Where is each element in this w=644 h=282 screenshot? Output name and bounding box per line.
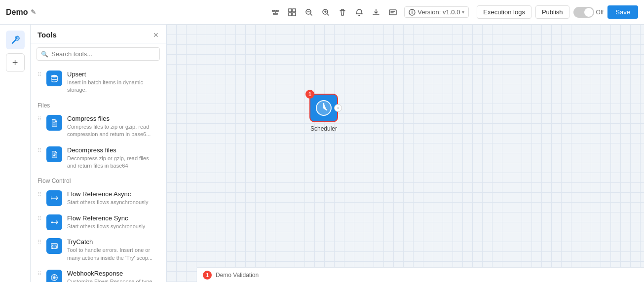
tools-search-bar: 🔍 [37, 47, 160, 61]
list-item[interactable]: ⠿ Decompress files Decompress zip or gzi… [31, 142, 166, 174]
flow-control-section-label: Flow Control [31, 174, 166, 186]
bottom-badge: 1 [203, 271, 212, 280]
toolbar-icons [268, 5, 400, 20]
tools-panel-close-button[interactable]: ✕ [153, 31, 159, 39]
list-item[interactable]: ⠿ TryCatch Tool to handle errors. Insert… [31, 234, 166, 266]
grid-icon-btn[interactable] [285, 5, 300, 20]
tools-panel: Tools ✕ 🔍 ⠿ Upsert Insert in [31, 25, 166, 282]
tools-panel-title: Tools [38, 31, 57, 39]
scheduler-node[interactable]: 1 › Scheduler [309, 94, 338, 132]
tool-desc: Start others flows synchronously [67, 223, 159, 230]
share-icon [389, 8, 397, 16]
svg-rect-6 [389, 10, 396, 15]
tool-desc: Decompress zip or gzip, read files and r… [67, 155, 159, 170]
tools-search-input[interactable] [51, 50, 155, 58]
tool-desc: Insert in batch items in dynamic storage… [67, 79, 159, 94]
svg-point-10 [51, 221, 53, 223]
notification-btn[interactable] [352, 5, 367, 20]
tool-icon-upsert [46, 70, 62, 86]
download-btn[interactable] [369, 5, 383, 20]
flow-icon [271, 8, 279, 16]
node-expand-btn[interactable]: › [334, 104, 342, 112]
drag-handle-icon: ⠿ [38, 238, 41, 246]
tool-info-decompress: Decompress files Decompress zip or gzip,… [67, 146, 159, 170]
publish-button[interactable]: Publish [535, 5, 569, 19]
version-label: Version: v1.0.0 [417, 8, 460, 16]
tool-name: Flow Reference Async [67, 190, 159, 198]
db-icon [50, 74, 59, 83]
list-item[interactable]: ⠿ WebhookResponse Customize Flows Respon… [31, 266, 166, 282]
svg-point-9 [51, 75, 58, 77]
list-item[interactable]: ⠿ Flow Reference Async Start others flow… [31, 186, 166, 210]
svg-point-8 [16, 37, 18, 39]
svg-rect-3 [293, 13, 296, 16]
drag-handle-icon: ⠿ [38, 214, 41, 222]
canvas-area[interactable]: 1 › Scheduler 1 Demo Validation [166, 25, 644, 282]
zoom-in-icon [322, 8, 330, 16]
tool-info-flow-sync: Flow Reference Sync Start others flows s… [67, 214, 159, 230]
app-title: Demo [6, 8, 28, 17]
left-sidebar: + [0, 25, 31, 282]
drag-handle-icon: ⠿ [38, 70, 41, 78]
tool-icon-webhook [46, 270, 62, 282]
tool-icon-compress [46, 115, 62, 131]
tool-name: Decompress files [67, 146, 159, 154]
zoom-out-btn[interactable] [302, 5, 316, 20]
tool-info-trycatch: TryCatch Tool to handle errors. Insert o… [67, 238, 159, 262]
tool-info-upsert: Upsert Insert in batch items in dynamic … [67, 70, 159, 94]
list-item[interactable]: ⠿ Compress files Compress files to zip o… [31, 111, 166, 142]
main-content: + Tools ✕ 🔍 ⠿ [0, 25, 644, 282]
tool-desc: Compress files to zip or gzip, read comp… [67, 123, 159, 139]
tool-desc: Customize Flows Response of type Webhook… [67, 278, 159, 282]
bottom-strip: 1 Demo Validation [197, 267, 644, 282]
info-icon [409, 9, 416, 16]
add-sidebar-btn[interactable]: + [6, 53, 25, 72]
node-label: Scheduler [310, 125, 337, 132]
drag-handle-icon: ⠿ [38, 270, 41, 277]
tool-icon-decompress [46, 146, 62, 162]
tool-name: WebhookResponse [67, 270, 159, 277]
svg-rect-0 [289, 9, 292, 12]
edit-title-icon[interactable]: ✎ [31, 8, 36, 16]
toolbar-right: Execution logs Publish Off Save [477, 5, 638, 19]
version-selector[interactable]: Version: v1.0.0 ▾ [404, 6, 469, 18]
delete-btn[interactable] [335, 5, 350, 20]
tool-name: Compress files [67, 115, 159, 122]
flow-icon-btn[interactable] [268, 5, 283, 20]
tool-icon-trycatch [46, 238, 62, 254]
tool-desc: Start others flows asynchronously [67, 199, 159, 206]
tool-name: TryCatch [67, 238, 159, 246]
tools-icon [10, 35, 20, 45]
node-badge: 1 [305, 90, 314, 99]
tool-info-compress: Compress files Compress files to zip or … [67, 115, 159, 139]
delete-icon [339, 8, 346, 16]
file-decompress-icon [50, 150, 59, 159]
share-btn[interactable] [385, 5, 400, 20]
chevron-right-icon: › [338, 106, 339, 110]
toggle-knob [584, 8, 593, 17]
scheduler-icon [315, 99, 333, 117]
drag-handle-icon: ⠿ [38, 115, 41, 122]
file-icon [50, 118, 59, 127]
tool-info-flow-async: Flow Reference Async Start others flows … [67, 190, 159, 206]
toggle-label: Off [596, 9, 604, 16]
list-item[interactable]: ⠿ Upsert Insert in batch items in dynami… [31, 67, 166, 98]
flow-sync-icon [50, 218, 59, 227]
save-button[interactable]: Save [607, 5, 638, 19]
tools-sidebar-btn[interactable] [6, 31, 25, 49]
svg-rect-1 [293, 9, 296, 12]
grid-icon [288, 8, 296, 16]
zoom-in-btn[interactable] [318, 5, 333, 20]
tool-name: Upsert [67, 70, 159, 78]
list-item[interactable]: ⠿ Flow Reference Sync Start others flows… [31, 211, 166, 234]
drag-handle-icon: ⠿ [38, 146, 41, 154]
active-toggle[interactable] [573, 7, 594, 18]
trycatch-icon [50, 242, 59, 250]
files-section-label: Files [31, 98, 166, 111]
canvas-grid[interactable]: 1 › Scheduler [166, 25, 644, 282]
tool-icon-flow-async [46, 190, 62, 206]
node-box[interactable]: › [309, 94, 338, 122]
bottom-text: Demo Validation [216, 272, 259, 279]
download-icon [372, 8, 380, 16]
execution-logs-button[interactable]: Execution logs [477, 5, 531, 19]
